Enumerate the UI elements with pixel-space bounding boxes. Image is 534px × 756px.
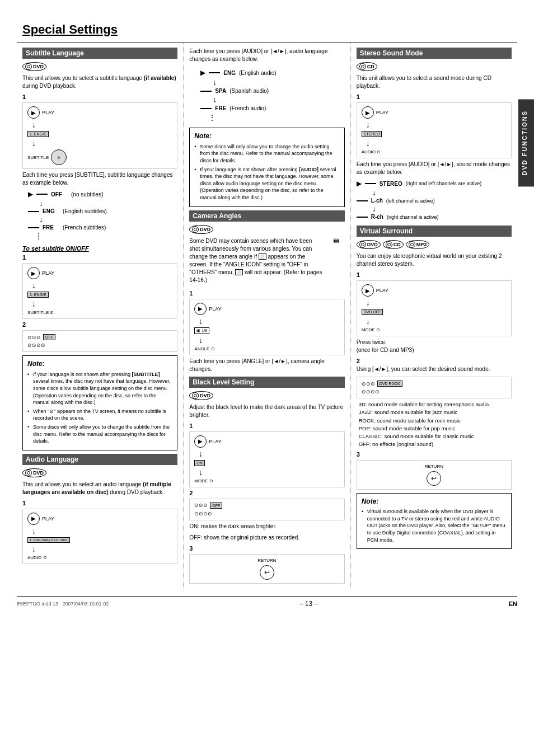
audio-step1-diagram: ▶ PLAY ↓ 1. ENG Dolby 5.1ch 48k3 ↓ AUDIO… xyxy=(22,509,177,564)
stereo-options: ▶ STEREO (right and left channels are ac… xyxy=(357,180,512,220)
play-button-icon: ▶ xyxy=(27,106,40,119)
note-title-3: Note: xyxy=(362,497,507,506)
virtual-step1-label: 1 xyxy=(357,271,512,278)
subtitle-language-header: Subtitle Language xyxy=(22,48,177,59)
black-level-body: Adjust the black level to make the dark … xyxy=(189,403,344,419)
black-disc-icon xyxy=(192,392,199,399)
virtual-step3-label: 3 xyxy=(357,451,512,458)
return-button-icon2: ↩ xyxy=(427,471,441,486)
virtual-dvd-badge: DVD xyxy=(357,240,381,249)
note-box-2: Note: Some discs will only allow you to … xyxy=(189,128,344,207)
subtitle-on-off-diagram1: ▶ PLAY ↓ 1. ENG/E ↓ SUBTITLE ⊙ xyxy=(22,263,177,319)
subtitle-step-note: Each time you press [SUBTITLE], subtitle… xyxy=(22,171,177,187)
option-row-off: ▶ OFF (no subtitles) xyxy=(22,190,177,198)
stereo-step1-diagram: ▶ PLAY ↓ STEREO ↓ AUDIO ⊙ xyxy=(357,102,512,158)
audio-step1-label: 1 xyxy=(22,500,177,506)
stereo-step-note: Each time you press [AUDIO] or [◄/►], so… xyxy=(357,161,512,176)
black-level-header: Black Level Setting xyxy=(189,377,344,388)
dvd-functions-tab: DVD FUNCTIONS xyxy=(518,99,534,186)
play-button-icon3: ▶ xyxy=(27,513,40,525)
page-number: – 13 – xyxy=(299,600,318,608)
virtual-mp3-badge: MP3 xyxy=(406,240,430,249)
black-level-dvd-badge: DVD xyxy=(189,391,213,400)
stereo-badge-row: CD xyxy=(357,62,512,71)
virtual-step1-diagram: ▶ PLAY ↓ DVD OFF ↓ MODE ⊙ xyxy=(357,280,512,336)
subtitle-body: This unit allows you to select a subtitl… xyxy=(22,74,177,90)
camera-dvd-badge: DVD xyxy=(189,225,213,234)
stereo-option-stereo: ▶ STEREO (right and left channels are ac… xyxy=(357,180,512,187)
camera-angles-header: Camera Angles xyxy=(189,210,344,222)
lang-label: EN xyxy=(509,600,517,607)
black-step2-label: 2 xyxy=(189,490,344,496)
virtual-badge-row: DVD CD MP3 xyxy=(357,240,512,249)
play-button-icon2: ▶ xyxy=(27,267,40,279)
stereo-body: This unit allows you to select a sound m… xyxy=(357,74,512,90)
step1b-label: 1 xyxy=(22,254,177,261)
bottom-bar: E6EPTUO.indd 13 2007/04/03 10:01:02 – 13… xyxy=(17,596,517,608)
subtitle-on-off-title: To set subtitle ON/OFF xyxy=(22,245,177,252)
audio-flow-options: ▶ ENG (English audio) ↓ SPA (Spanish aud… xyxy=(189,67,344,124)
stereo-option-rch: R-ch (right channel is active) xyxy=(357,214,512,220)
disc-icon xyxy=(25,63,32,70)
file-info: E6EPTUO.indd 13 2007/04/03 10:01:02 xyxy=(17,601,109,607)
stereo-disc-icon xyxy=(359,63,366,70)
black-level-badge-row: DVD xyxy=(189,391,344,400)
black-step1-label: 1 xyxy=(189,422,344,429)
virtual-step2-label: 2 xyxy=(357,358,512,364)
audio-disc-icon xyxy=(25,469,32,476)
virt-disc-icon1 xyxy=(359,241,366,248)
camera-body: Some DVD may contain scenes which have b… xyxy=(189,237,323,284)
virtual-body: You can enjoy stereophonic virtual world… xyxy=(357,252,512,268)
audio-flow-intro: Each time you press [AUDIO] or [◄/►], au… xyxy=(189,48,344,63)
virtual-step2-text: Using [◄/►], you can select the desired … xyxy=(357,365,512,373)
black-step2-diagram: ⊙⊙⊙ OFF ⊙⊙⊙⊙ xyxy=(189,499,344,520)
camera-step1-diagram: ▶ PLAY ↓ ▣ 1/8 ↓ ANGLE ⊙ xyxy=(189,299,344,355)
black-step1-diagram: ▶ PLAY ↓ ON ↓ MODE ⊙ xyxy=(189,431,344,487)
return-button-icon: ↩ xyxy=(260,565,274,580)
virt-disc-icon2 xyxy=(386,241,392,248)
play-button-icon4: ▶ xyxy=(194,303,207,315)
camera-badge-row: DVD xyxy=(189,225,344,234)
virtual-cd-badge: CD xyxy=(383,240,404,249)
subtitle-button-icon: ⊙ xyxy=(51,149,67,165)
audio-body: This unit allows you to select an audio … xyxy=(22,481,177,496)
black-step3-diagram: RETURN ↩ xyxy=(189,554,344,584)
note-title-1: Note: xyxy=(27,359,172,369)
black-off-text: OFF: shows the original picture as recor… xyxy=(189,534,344,542)
option-row-fre: FRE (French subtitles) xyxy=(22,224,177,231)
sound-options-list: 3D: sound mode suitable for setting ster… xyxy=(357,401,512,449)
audio-dvd-badge: DVD xyxy=(22,468,46,477)
camera-step-note: Each time you press [ANGLE] or [◄/►], ca… xyxy=(189,358,344,373)
subtitle-badge-row: DVD xyxy=(22,62,177,71)
column-2: Each time you press [AUDIO] or [◄/►], au… xyxy=(184,43,350,590)
virtual-press-twice: Press twice. (once for CD and MP3) xyxy=(357,339,512,354)
virtual-step2-diagram: ⊙⊙⊙ DVD ROCK ⊙⊙⊙⊙ xyxy=(357,377,512,398)
note-title-2: Note: xyxy=(194,132,339,141)
play-button-icon6: ▶ xyxy=(362,106,374,119)
black-on-text: ON: makes the dark areas brighter. xyxy=(189,523,344,530)
note-box-1: Note: If your language is not shown afte… xyxy=(22,355,177,450)
play-button-icon5: ▶ xyxy=(194,435,207,448)
subtitle-step1-diagram: ▶ PLAY ↓ 1. ENG/E ↓ SUBTITLE ⊙ xyxy=(22,102,177,169)
page-title: Special Settings xyxy=(17,22,517,37)
column-1: Subtitle Language DVD This unit allows y… xyxy=(17,43,184,590)
main-content: Subtitle Language DVD This unit allows y… xyxy=(17,43,517,590)
virtual-surround-header: Virtual Surround xyxy=(357,226,512,237)
virt-disc-icon3 xyxy=(409,241,415,248)
stereo-step1-label: 1 xyxy=(357,93,512,100)
black-step3-label: 3 xyxy=(189,545,344,552)
play-button-icon7: ▶ xyxy=(362,284,374,297)
note-box-3: Note: Virtual surround is available only… xyxy=(357,493,512,550)
virtual-step3-diagram: RETURN ↩ xyxy=(357,460,512,490)
camera-disc-icon xyxy=(192,226,199,233)
audio-badge-row: DVD xyxy=(22,468,177,477)
dvd-badge: DVD xyxy=(22,62,46,71)
subtitle-on-off-diagram2: ⊙⊙⊙ OFF ⊙⊙⊙⊙ xyxy=(22,330,177,352)
option-row-eng: ENG (English subtitles) xyxy=(22,208,177,214)
stereo-option-lch: L-ch (left channel is active) xyxy=(357,198,512,204)
stereo-sound-header: Stereo Sound Mode xyxy=(357,48,512,59)
camera-step1-label: 1 xyxy=(189,290,344,297)
subtitle-options: ▶ OFF (no subtitles) ↓ ENG (English subt… xyxy=(22,190,177,241)
cd-badge: CD xyxy=(357,62,377,71)
page-container: Special Settings Subtitle Language DVD T… xyxy=(0,0,534,756)
